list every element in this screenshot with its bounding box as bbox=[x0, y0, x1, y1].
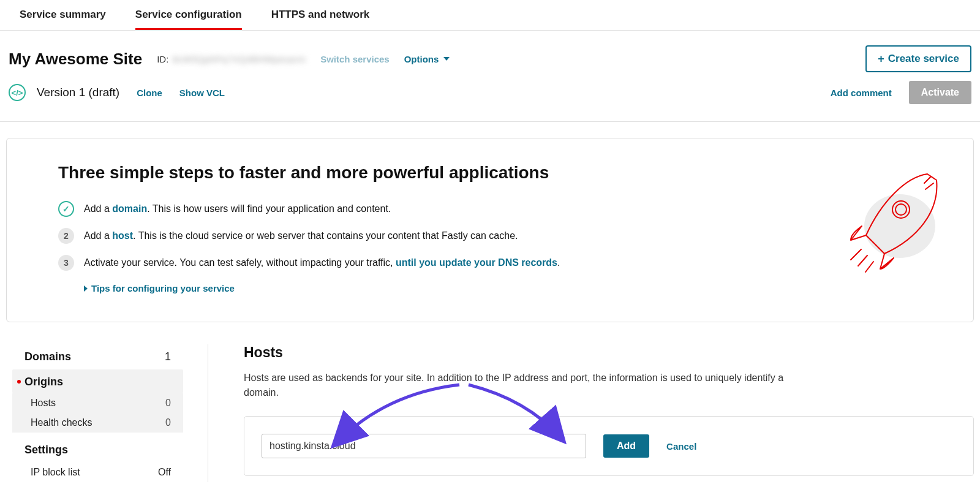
add-comment-link[interactable]: Add comment bbox=[831, 88, 892, 98]
version-label: Version 1 (draft) bbox=[37, 86, 119, 99]
onboarding-heading: Three simple steps to faster and more po… bbox=[58, 163, 922, 183]
tab-service-configuration[interactable]: Service configuration bbox=[135, 0, 242, 30]
sidebar-health-count: 0 bbox=[165, 417, 171, 428]
tab-service-summary[interactable]: Service summary bbox=[20, 0, 106, 30]
onboarding-card: Three simple steps to faster and more po… bbox=[6, 138, 974, 322]
sidebar-item-hosts[interactable]: Hosts 0 bbox=[12, 393, 183, 413]
step-2-badge: 2 bbox=[58, 228, 74, 244]
sidebar-item-origins[interactable]: Origins bbox=[12, 369, 183, 393]
step-1: Add a domain. This is how users will fin… bbox=[58, 201, 922, 217]
sidebar-ipblock-label: IP block list bbox=[31, 467, 80, 478]
host-form: Add Cancel bbox=[244, 416, 974, 476]
clone-link[interactable]: Clone bbox=[137, 88, 162, 98]
step-3-badge: 3 bbox=[58, 255, 74, 271]
sidebar-item-ipblock[interactable]: IP block list Off bbox=[12, 463, 183, 482]
switch-services-link[interactable]: Switch services bbox=[320, 54, 390, 64]
tips-link[interactable]: Tips for configuring your service bbox=[84, 283, 922, 293]
top-tabs: Service summary Service configuration HT… bbox=[0, 0, 980, 31]
plus-icon: + bbox=[878, 53, 884, 64]
options-dropdown[interactable]: Options bbox=[404, 54, 450, 64]
dns-records-link[interactable]: until you update your DNS records bbox=[396, 257, 557, 268]
code-icon: </> bbox=[9, 84, 26, 101]
main-column: Hosts Hosts are used as backends for you… bbox=[208, 344, 974, 482]
host-link[interactable]: host bbox=[112, 230, 133, 241]
sidebar-ipblock-value: Off bbox=[158, 467, 171, 478]
activate-button[interactable]: Activate bbox=[909, 81, 971, 104]
lower-area: Domains 1 Origins Hosts 0 Health checks … bbox=[6, 344, 974, 482]
sidebar-item-settings[interactable]: Settings bbox=[12, 437, 183, 463]
domain-link[interactable]: domain bbox=[112, 203, 147, 214]
add-button[interactable]: Add bbox=[603, 434, 649, 458]
step-2-post: . This is the cloud service or web serve… bbox=[133, 230, 518, 241]
show-vcl-link[interactable]: Show VCL bbox=[179, 88, 225, 98]
step-1-post: . This is how users will find your appli… bbox=[147, 203, 391, 214]
caret-right-icon bbox=[84, 286, 88, 292]
sidebar-health-label: Health checks bbox=[31, 417, 92, 428]
step-3-post: . bbox=[557, 257, 560, 268]
sidebar-item-health[interactable]: Health checks 0 bbox=[12, 413, 183, 433]
hosts-description: Hosts are used as backends for your site… bbox=[244, 371, 795, 400]
rocket-icon bbox=[832, 168, 943, 284]
service-id: ID: 8cW5QphPq7XQ4BHMpesarm bbox=[157, 54, 306, 64]
config-sidebar: Domains 1 Origins Hosts 0 Health checks … bbox=[6, 344, 208, 482]
step-3-pre: Activate your service. You can test safe… bbox=[84, 257, 396, 268]
sidebar-domains-label: Domains bbox=[24, 350, 71, 363]
create-service-button[interactable]: + Create service bbox=[865, 45, 971, 72]
service-id-value: 8cW5QphPq7XQ4BHMpesarm bbox=[172, 54, 306, 64]
service-id-label: ID: bbox=[157, 54, 168, 64]
tips-label: Tips for configuring your service bbox=[91, 283, 235, 293]
chevron-down-icon bbox=[443, 57, 450, 61]
sidebar-item-domains[interactable]: Domains 1 bbox=[12, 344, 183, 369]
cancel-link[interactable]: Cancel bbox=[666, 441, 696, 452]
version-row: </> Version 1 (draft) Clone Show VCL Add… bbox=[0, 81, 980, 122]
host-input[interactable] bbox=[262, 434, 586, 458]
service-header: My Awesome Site ID: 8cW5QphPq7XQ4BHMpesa… bbox=[0, 31, 980, 81]
create-service-label: Create service bbox=[888, 53, 959, 65]
step-1-pre: Add a bbox=[84, 203, 112, 214]
step-3: 3 Activate your service. You can test sa… bbox=[58, 255, 922, 271]
sidebar-origins-label: Origins bbox=[24, 376, 63, 388]
sidebar-domains-count: 1 bbox=[165, 350, 183, 363]
sidebar-settings-label: Settings bbox=[24, 444, 68, 456]
step-2: 2 Add a host. This is the cloud service … bbox=[58, 228, 922, 244]
tab-https-network[interactable]: HTTPS and network bbox=[271, 0, 370, 30]
check-icon bbox=[58, 201, 74, 217]
sidebar-hosts-label: Hosts bbox=[31, 398, 56, 409]
service-title: My Awesome Site bbox=[9, 50, 142, 69]
hosts-heading: Hosts bbox=[244, 344, 974, 361]
step-2-pre: Add a bbox=[84, 230, 112, 241]
sidebar-hosts-count: 0 bbox=[165, 398, 171, 409]
options-label: Options bbox=[404, 54, 439, 64]
